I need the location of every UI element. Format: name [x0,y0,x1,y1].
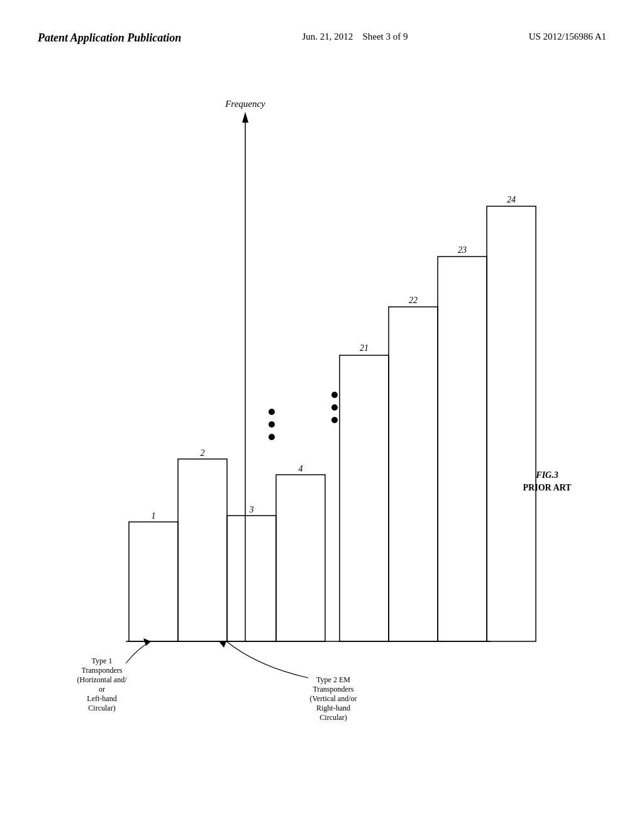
svg-text:23: 23 [458,245,467,255]
svg-text:Circular): Circular) [319,713,347,722]
svg-text:Right-hand: Right-hand [316,704,350,712]
svg-text:PRIOR ART: PRIOR ART [523,483,572,492]
svg-text:Transponders: Transponders [82,666,123,675]
svg-rect-20 [389,307,438,641]
svg-text:3: 3 [249,505,254,514]
svg-text:Left-hand: Left-hand [87,694,116,703]
svg-text:21: 21 [360,343,369,353]
svg-rect-10 [276,475,325,641]
svg-marker-38 [219,641,226,648]
svg-rect-24 [487,206,536,641]
svg-text:24: 24 [507,195,516,204]
svg-rect-22 [438,257,487,641]
svg-point-17 [331,417,338,423]
svg-marker-32 [143,638,151,646]
svg-point-13 [269,421,275,428]
svg-text:or: or [99,685,105,694]
svg-text:Circular): Circular) [88,704,115,712]
svg-rect-6 [178,459,227,641]
svg-rect-18 [340,355,389,641]
svg-text:22: 22 [409,296,418,305]
svg-rect-8 [227,516,276,641]
patent-diagram: Frequency 1 2 3 4 21 22 23 24 Type 1 Tra… [0,0,644,830]
svg-text:Type 2 EM: Type 2 EM [316,675,350,684]
svg-text:Type 1: Type 1 [92,656,113,665]
svg-text:(Vertical and/or: (Vertical and/or [310,694,357,703]
svg-text:4: 4 [299,464,303,473]
svg-text:1: 1 [152,511,156,521]
svg-point-16 [331,404,338,411]
svg-text:FIG.3: FIG.3 [535,470,558,480]
svg-text:(Horizontal and/: (Horizontal and/ [77,675,128,684]
svg-point-12 [269,409,275,415]
svg-text:Frequency: Frequency [225,99,265,109]
svg-text:2: 2 [201,448,205,458]
svg-text:Transponders: Transponders [313,685,354,694]
svg-point-14 [269,434,275,440]
svg-marker-1 [242,112,248,123]
svg-point-15 [331,392,338,398]
svg-rect-4 [129,522,178,641]
